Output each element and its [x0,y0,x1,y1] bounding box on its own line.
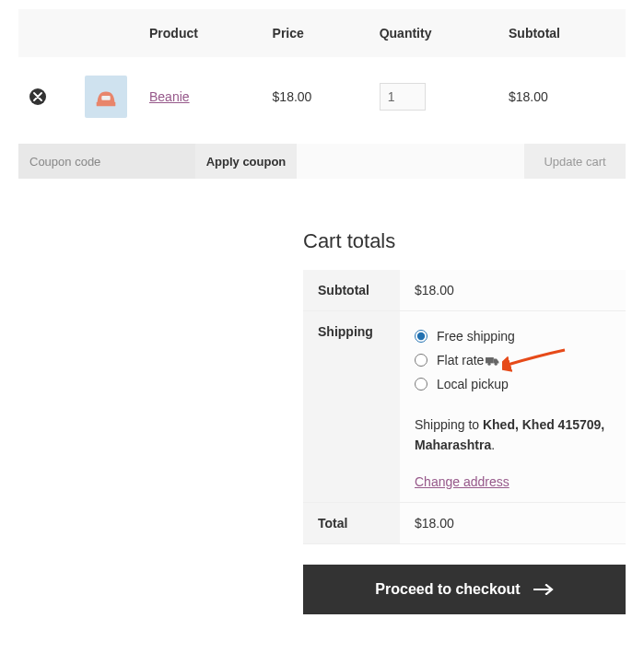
shipping-radio-pickup[interactable] [415,378,427,391]
shipping-label-pickup[interactable]: Local pickup [437,377,509,391]
shipping-label-flat[interactable]: Flat rate [437,353,500,368]
col-price-header: Price [262,9,369,57]
shipping-option-free: Free shipping [415,324,611,348]
shipping-option-flat: Flat rate [415,348,611,372]
col-thumb-header [74,9,138,57]
apply-coupon-button[interactable]: Apply coupon [195,144,297,179]
cart-totals-section: Cart totals Subtotal $18.00 Shipping Fre… [303,229,626,614]
update-cart-button[interactable]: Update cart [524,144,626,179]
svg-point-4 [495,363,498,366]
cart-totals-table: Subtotal $18.00 Shipping Free shipping [303,270,626,544]
svg-point-3 [488,363,491,366]
svg-rect-0 [97,102,116,107]
shipping-label: Shipping [303,311,400,503]
subtotal-value: $18.00 [400,270,626,311]
product-thumbnail[interactable] [85,76,127,118]
product-name-link[interactable]: Beanie [149,89,190,104]
shipping-radio-free[interactable] [415,330,427,343]
col-remove-header [18,9,74,57]
cart-totals-title: Cart totals [303,229,626,253]
col-product-header: Product [138,9,262,57]
coupon-code-input[interactable] [18,144,195,179]
checkout-button-label: Proceed to checkout [375,581,520,598]
subtotal-label: Subtotal [303,270,400,311]
item-price: $18.00 [262,57,369,136]
truck-icon [486,356,500,367]
cart-actions-row: Apply coupon Update cart [18,144,626,179]
shipping-label-free[interactable]: Free shipping [437,329,515,344]
col-subtotal-header: Subtotal [498,9,626,57]
quantity-input[interactable] [380,83,426,111]
arrow-right-icon [533,584,554,595]
proceed-to-checkout-button[interactable]: Proceed to checkout [303,565,626,614]
shipping-radio-flat[interactable] [415,354,427,367]
cart-item-row: Beanie $18.00 $18.00 [18,57,626,136]
cart-items-table: Product Price Quantity Subtotal [18,9,626,136]
change-address-link[interactable]: Change address [415,474,509,489]
cart-page: Product Price Quantity Subtotal [0,0,644,624]
svg-rect-1 [101,96,110,100]
beanie-icon [92,83,120,111]
actions-spacer [297,144,524,179]
close-icon [33,92,42,101]
remove-item-button[interactable] [29,88,46,105]
total-value: $18.00 [400,502,626,543]
col-quantity-header: Quantity [369,9,498,57]
item-subtotal: $18.00 [498,57,626,136]
shipping-option-pickup: Local pickup [415,372,611,396]
shipping-options-list: Free shipping Flat rate [415,324,611,396]
total-label: Total [303,502,400,543]
svg-rect-2 [486,357,494,363]
shipping-destination: Shipping to Khed, Khed 415709, Maharasht… [415,414,611,456]
